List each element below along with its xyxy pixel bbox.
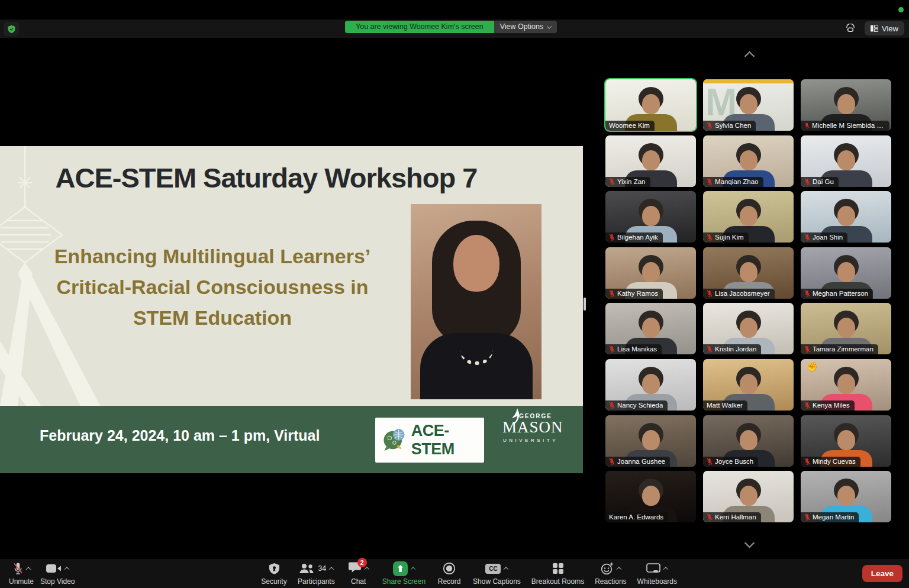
participant-nametag: Lisa Manikas: [605, 344, 662, 354]
share-options-chevron[interactable]: [411, 567, 415, 571]
participant-name: Dai Gu: [813, 178, 834, 185]
captions-options-chevron[interactable]: [504, 567, 508, 571]
participant-tile[interactable]: Michelle M Siembida (sh…: [800, 78, 892, 132]
show-captions-button[interactable]: CC Show Captions: [473, 561, 521, 586]
muted-mic-icon: [609, 290, 615, 297]
participant-tile[interactable]: Joanna Gushee: [604, 414, 697, 468]
gallery-scroll-down-button[interactable]: [740, 538, 759, 549]
meeting-header-bar: You are viewing Woomee Kim's screen View…: [0, 20, 909, 38]
slide-subtitle: Enhancing Multilingual Learners’ Critica…: [8, 241, 417, 333]
participant-nametag: Woomee Kim: [605, 121, 655, 131]
camera-icon: [46, 564, 62, 573]
participant-tile[interactable]: Nancy Schieda: [604, 358, 697, 412]
record-button[interactable]: Record: [436, 561, 462, 586]
slide-title: ACE-STEM Saturday Workshop 7: [0, 161, 533, 194]
gallery-resize-handle[interactable]: [584, 298, 586, 311]
participant-tile[interactable]: Tamara Zimmerman: [800, 302, 892, 356]
leave-button[interactable]: Leave: [862, 565, 902, 582]
participant-tile[interactable]: Lisa Jacobsmeyer: [702, 246, 795, 300]
workshop-date: February 24, 2024, 10 am – 1 pm, Virtual: [40, 427, 320, 444]
participant-tile[interactable]: Woomee Kim: [604, 78, 697, 132]
chevron-down-icon: [744, 537, 755, 548]
muted-mic-icon: [707, 234, 713, 241]
participant-nametag: Tamara Zimmerman: [801, 344, 878, 354]
muted-mic-icon: [707, 178, 713, 185]
participants-options-chevron[interactable]: [329, 567, 334, 571]
avatar-silhouette: [642, 374, 660, 394]
participants-button[interactable]: 34 Participants: [298, 561, 335, 586]
participant-tile[interactable]: Kristin Jordan: [702, 302, 795, 356]
muted-mic-icon: [804, 290, 810, 297]
participant-name: Matt Walker: [707, 402, 743, 409]
camera-active-dot: [898, 7, 904, 12]
participant-tile[interactable]: ✊ Kenya Miles: [800, 358, 892, 412]
participant-tile[interactable]: Bilgehan Ayik: [604, 190, 697, 244]
participant-tile[interactable]: Kerri Hallman: [702, 470, 795, 524]
whiteboards-options-chevron[interactable]: [663, 567, 668, 571]
unmute-button[interactable]: Unmute: [8, 561, 34, 586]
participant-tile[interactable]: Lisa Manikas: [604, 302, 697, 356]
video-options-chevron[interactable]: [65, 567, 69, 571]
participant-nametag: Bilgehan Ayik: [605, 232, 663, 243]
participant-tile[interactable]: Megan Martin: [800, 470, 892, 524]
participant-name: Kristin Jordan: [715, 345, 756, 353]
participant-tile[interactable]: Kathy Ramos: [604, 246, 697, 300]
reactions-button[interactable]: Reactions: [595, 561, 626, 586]
meeting-info-button[interactable]: [4, 22, 19, 36]
view-options-button[interactable]: View Options: [494, 21, 557, 33]
participant-tile[interactable]: Matt Walker: [702, 358, 795, 412]
avatar-silhouette: [642, 262, 660, 282]
gallery-scroll-up-button[interactable]: [740, 50, 759, 60]
participant-tile[interactable]: Sujin Kim: [702, 190, 795, 244]
chat-options-chevron[interactable]: [364, 567, 369, 571]
avatar-silhouette: [837, 430, 855, 450]
avatar-silhouette: [740, 430, 758, 450]
muted-mic-icon: [804, 122, 810, 129]
whiteboards-button[interactable]: Whiteboards: [637, 561, 677, 586]
mic-muted-icon: [13, 562, 23, 575]
muted-mic-icon: [609, 345, 615, 353]
avatar-silhouette: [642, 206, 660, 226]
participant-tile[interactable]: Karen A. Edwards: [604, 470, 697, 524]
shared-screen-slide: ACE-STEM Saturday Workshop 7 Enhancing M…: [0, 146, 583, 473]
muted-mic-icon: [609, 178, 615, 185]
participant-name: Joanna Gushee: [617, 458, 665, 465]
muted-mic-icon: [804, 513, 810, 521]
participant-tile[interactable]: Joan Shin: [800, 190, 892, 244]
muted-mic-icon: [804, 458, 810, 465]
broadcast-button[interactable]: [842, 21, 859, 35]
participant-nametag: Yixin Zan: [605, 177, 650, 187]
participant-name: Tamara Zimmerman: [813, 345, 873, 353]
chevron-down-icon: [547, 24, 552, 28]
participant-nametag: Sylvia Chen: [703, 121, 756, 131]
participant-tile[interactable]: Yixin Zan: [604, 134, 697, 188]
acestem-globe-icon: [381, 425, 409, 455]
avatar-silhouette: [740, 262, 758, 282]
chat-unread-badge: 2: [357, 558, 367, 567]
share-screen-button[interactable]: Share Screen: [382, 561, 426, 586]
participant-nametag: Megan Martin: [801, 512, 859, 522]
participant-tile[interactable]: M Sylvia Chen: [702, 78, 795, 132]
breakout-rooms-button[interactable]: Breakout Rooms: [531, 561, 584, 586]
participant-nametag: Joyce Busch: [703, 457, 758, 467]
participant-tile[interactable]: Manqian Zhao: [702, 134, 795, 188]
participant-name: Bilgehan Ayik: [617, 234, 658, 241]
view-button[interactable]: View: [865, 21, 904, 35]
participant-tile[interactable]: Meghan Patterson: [800, 246, 892, 300]
stop-video-button[interactable]: Stop Video: [40, 561, 75, 586]
reactions-options-chevron[interactable]: [617, 567, 621, 571]
participant-tile[interactable]: Dai Gu: [800, 134, 892, 188]
participant-tile[interactable]: Joyce Busch: [702, 414, 795, 468]
audio-options-chevron[interactable]: [25, 567, 30, 571]
speaker-cast-icon: [845, 24, 856, 33]
participant-name: Yixin Zan: [617, 178, 646, 185]
chat-button[interactable]: 2 Chat: [346, 561, 372, 586]
security-button[interactable]: Security: [261, 561, 287, 586]
avatar-silhouette: [642, 318, 660, 338]
avatar-silhouette: [837, 486, 855, 506]
participant-name: Joyce Busch: [715, 458, 753, 465]
participant-nametag: Mindy Cuevas: [801, 457, 860, 467]
slide-footer: February 24, 2024, 10 am – 1 pm, Virtual…: [0, 406, 583, 473]
participant-name: Manqian Zhao: [715, 178, 759, 185]
participant-tile[interactable]: Mindy Cuevas: [800, 414, 892, 468]
